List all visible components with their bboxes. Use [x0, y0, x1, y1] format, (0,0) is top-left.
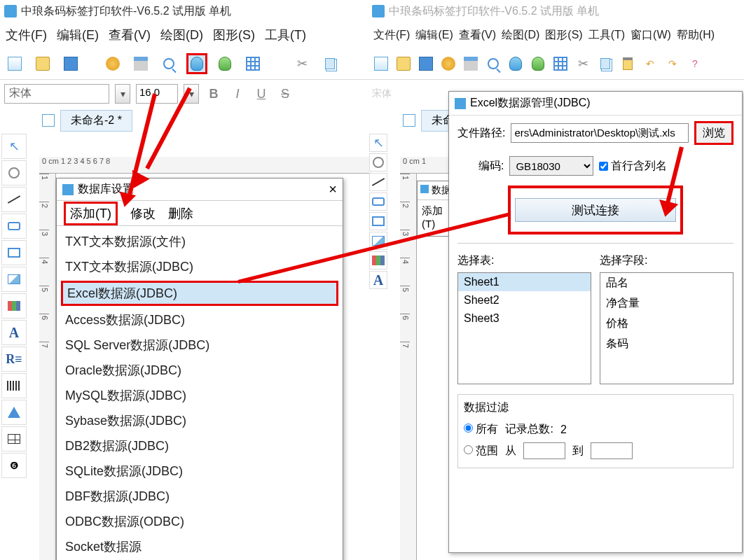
text-tool[interactable]: A	[1, 320, 27, 345]
sheet-item[interactable]: Sheet3	[458, 309, 591, 328]
image-tool[interactable]	[1, 267, 27, 292]
to-spinner[interactable]	[591, 442, 633, 459]
roundrect-tool[interactable]	[1, 214, 27, 239]
line-tool[interactable]	[369, 173, 387, 191]
target-tool[interactable]	[369, 153, 387, 172]
ds-item-sybase[interactable]: Sybase数据源(JDBC)	[57, 408, 343, 433]
ds-item-odbc[interactable]: ODBC数据源(ODBC)	[57, 509, 343, 534]
line-tool[interactable]	[1, 187, 27, 212]
field-item[interactable]: 净含量	[600, 293, 733, 314]
filter-range-radio[interactable]: 范围	[464, 444, 498, 458]
underline-button[interactable]: U	[252, 85, 270, 103]
menu-draw[interactable]: 绘图(D)	[502, 28, 539, 43]
rect-tool[interactable]	[1, 240, 27, 265]
copy-button[interactable]	[319, 53, 340, 74]
copy-button[interactable]	[596, 55, 614, 73]
italic-button[interactable]: I	[228, 85, 247, 103]
encoding-select[interactable]: GB18030	[509, 156, 593, 176]
menu-window[interactable]: 窗口(W)	[631, 28, 671, 43]
menu-file[interactable]: 文件(F)	[6, 27, 47, 43]
cut-button[interactable]: ✂	[574, 55, 592, 73]
grid-button[interactable]	[551, 55, 570, 73]
field-item[interactable]: 条码	[600, 334, 733, 354]
sheet-item[interactable]: Sheet2	[458, 291, 591, 309]
menu-help[interactable]: 帮助(H)	[677, 28, 715, 43]
ds-item-sqlite[interactable]: SQLite数据源(JDBC)	[57, 458, 343, 484]
menu-file[interactable]: 文件(F)	[373, 28, 410, 43]
menu-shape[interactable]: 图形(S)	[213, 27, 255, 43]
field-listbox[interactable]: 品名 净含量 价格 条码	[600, 272, 733, 384]
strike-button[interactable]: S	[276, 85, 294, 103]
field-item[interactable]: 价格	[600, 314, 733, 334]
table-tool[interactable]	[1, 426, 27, 451]
barcode-tool[interactable]	[1, 373, 27, 398]
menu-view[interactable]: 查看(V)	[459, 28, 496, 43]
cut-button[interactable]: ✂	[291, 53, 312, 74]
sheet-item[interactable]: Sheet1	[458, 273, 591, 291]
firstrow-checkbox[interactable]: 首行含列名	[599, 159, 667, 174]
ds-item-excel-jdbc[interactable]: Excel数据源(JDBC)	[61, 281, 338, 306]
menu-draw[interactable]: 绘图(D)	[160, 27, 203, 43]
help-button[interactable]: ?	[686, 55, 704, 73]
text-tool[interactable]: A	[369, 271, 387, 289]
ds-item-access[interactable]: Access数据源(JDBC)	[57, 307, 343, 332]
settings-button[interactable]	[102, 53, 123, 74]
test-connection-button[interactable]: 测试连接	[515, 198, 676, 222]
ds-item-socket[interactable]: Socket数据源	[57, 534, 343, 559]
ds-item-mysql[interactable]: MySQL数据源(JDBC)	[57, 383, 343, 408]
menu-tool[interactable]: 工具(T)	[265, 27, 306, 43]
rect-tool[interactable]	[369, 212, 387, 230]
menu-edit[interactable]: 编辑(E)	[415, 28, 453, 43]
print-button[interactable]	[462, 55, 480, 73]
undo-button[interactable]: ↶	[641, 55, 659, 73]
misc-tool[interactable]: ❻	[1, 453, 27, 478]
database-button[interactable]	[507, 55, 525, 73]
preview-button[interactable]	[158, 53, 179, 74]
save-button[interactable]	[417, 55, 435, 73]
grid-button[interactable]	[242, 53, 263, 74]
open-button[interactable]	[32, 53, 53, 74]
filter-all-radio[interactable]: 所有	[464, 422, 498, 437]
menu-view[interactable]: 查看(V)	[109, 27, 151, 43]
select-tool[interactable]: ↖	[369, 134, 387, 152]
paste-button[interactable]	[619, 55, 637, 73]
path-input[interactable]	[511, 123, 689, 143]
ds-item-db2[interactable]: DB2数据源(JDBC)	[57, 433, 343, 458]
database2-button[interactable]	[529, 55, 547, 73]
select-tool[interactable]: ↖	[1, 134, 27, 159]
ds-item-oracle[interactable]: Oracle数据源(JDBC)	[57, 358, 343, 383]
chart-tool[interactable]	[369, 251, 387, 270]
print-button[interactable]	[130, 53, 151, 74]
popup-delete-button[interactable]: 删除	[168, 205, 193, 222]
preview-button[interactable]	[484, 55, 502, 73]
target-tool[interactable]	[1, 160, 27, 186]
richtext-tool[interactable]: R≡	[1, 346, 27, 372]
from-spinner[interactable]	[523, 442, 565, 459]
roundrect-tool[interactable]	[369, 192, 387, 211]
popup-edit-button[interactable]: 修改	[130, 205, 156, 222]
open-button[interactable]	[394, 55, 413, 73]
settings-button[interactable]	[439, 55, 457, 73]
font-name-dropdown[interactable]: ▾	[115, 84, 130, 104]
popup-close-button[interactable]: ×	[329, 181, 337, 197]
save-button[interactable]	[60, 53, 81, 74]
menu-tool[interactable]: 工具(T)	[588, 28, 625, 43]
database-button[interactable]	[186, 53, 207, 74]
database2-button[interactable]	[214, 53, 235, 74]
font-name-select[interactable]: 宋体	[4, 84, 109, 104]
browse-button[interactable]: 浏览	[694, 121, 733, 145]
doc-tab[interactable]: 未命名-2 *	[60, 110, 132, 132]
new-button[interactable]	[4, 53, 25, 74]
ds-item-txt-file[interactable]: TXT文本数据源(文件)	[57, 229, 343, 254]
bold-button[interactable]: B	[205, 85, 223, 103]
redo-button[interactable]: ↷	[663, 55, 682, 73]
table-listbox[interactable]: Sheet1 Sheet2 Sheet3	[457, 272, 591, 384]
popup-add-button[interactable]: 添加(T)	[64, 202, 118, 225]
chart-tool[interactable]	[1, 293, 27, 318]
new-button[interactable]	[372, 55, 390, 73]
ds-item-dbf[interactable]: DBF数据源(JDBC)	[57, 484, 343, 509]
field-item[interactable]: 品名	[600, 273, 733, 293]
menu-edit[interactable]: 编辑(E)	[57, 27, 99, 43]
ds-item-sqlserver[interactable]: SQL Server数据源(JDBC)	[57, 332, 343, 358]
menu-shape[interactable]: 图形(S)	[545, 28, 582, 43]
